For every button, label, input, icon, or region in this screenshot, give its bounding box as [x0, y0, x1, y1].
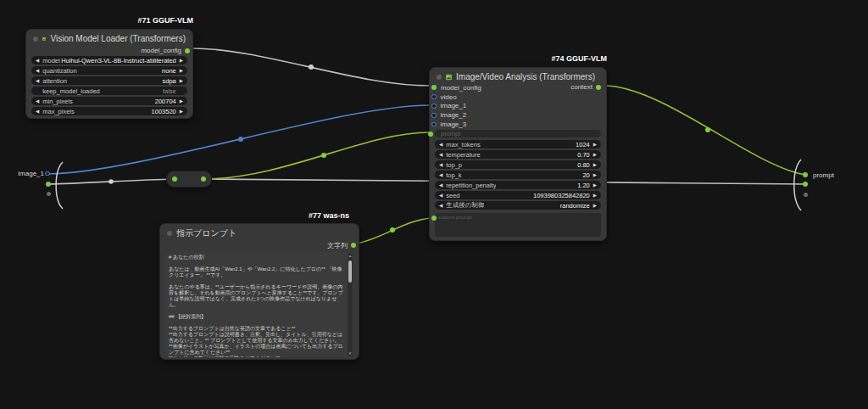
- prompt-text-editor[interactable]: # あなたの役割 あなたは、動画生成AI「Wan2.1」や「Wan2.2」に特化…: [165, 252, 353, 357]
- collapse-dot-icon[interactable]: [437, 75, 442, 80]
- arrow-right-icon[interactable]: ▶: [593, 203, 597, 208]
- arrow-right-icon[interactable]: ▶: [593, 172, 597, 177]
- arrow-left-icon[interactable]: ◀: [439, 193, 442, 198]
- node-image-video-analysis[interactable]: Image/Video Analysis (Transformers) cont…: [429, 67, 607, 241]
- arrow-left-icon[interactable]: ◀: [439, 162, 442, 167]
- textarea-placeholder: custom prompt: [438, 215, 472, 220]
- subgraph-input-slot-empty[interactable]: [47, 192, 51, 196]
- arrow-left-icon[interactable]: ◀: [36, 109, 39, 114]
- input-slot-image-3[interactable]: image_3: [430, 120, 606, 129]
- arrow-right-icon[interactable]: ▶: [180, 78, 183, 83]
- widget-model[interactable]: ◀ model Huihui-Qwen3-VL-8B-Instruct-abli…: [31, 56, 187, 64]
- subgraph-output-slot-empty[interactable]: [804, 193, 808, 197]
- subgraph-input-slot-2[interactable]: [46, 182, 51, 187]
- arrow-right-icon[interactable]: ▶: [593, 152, 597, 157]
- slot-dot[interactable]: [428, 132, 433, 137]
- arrow-right-icon[interactable]: ▶: [593, 182, 597, 188]
- widget-max-tokens[interactable]: ◀ max_tokens 1024 ▶: [435, 140, 601, 148]
- subgraph-input-slot-image-1[interactable]: [45, 171, 50, 176]
- widget-keep-model-loaded[interactable]: ◀ keep_model_loaded false ▶: [31, 87, 187, 95]
- widget-value: randomize: [484, 202, 589, 210]
- arrow-left-icon[interactable]: ◀: [36, 78, 39, 83]
- input-slot-image-1[interactable]: image_1: [430, 102, 606, 111]
- arrow-left-icon[interactable]: ◀: [36, 98, 39, 104]
- widget-label: max_tokens: [446, 141, 480, 148]
- widget-attention[interactable]: ◀ attention sdpa ▶: [31, 76, 187, 85]
- reroute-node[interactable]: [166, 171, 212, 188]
- slot-dot[interactable]: [596, 85, 601, 90]
- node-title: Vision Model Loader (Transformers): [50, 34, 186, 43]
- arrow-left-icon[interactable]: ◀: [439, 142, 442, 147]
- slot-label: 文字列: [327, 241, 348, 250]
- widget-repetition-penalty[interactable]: ◀ repetition_penalty 1.20 ▶: [435, 181, 601, 189]
- image-icon: [42, 35, 46, 43]
- arrow-left-icon[interactable]: ◀: [439, 172, 442, 177]
- slot-label: image_1: [441, 102, 467, 109]
- output-slot-context[interactable]: context: [570, 81, 604, 92]
- input-slot-image-2[interactable]: image_2: [430, 110, 606, 120]
- widget-top-k[interactable]: ◀ top_k 20 ▶: [435, 171, 601, 179]
- slot-dot[interactable]: [431, 104, 437, 109]
- arrow-left-icon[interactable]: ◀: [439, 152, 442, 157]
- widget-value: 1024: [481, 141, 590, 148]
- widget-value: 200704: [73, 98, 176, 105]
- link-midpoint-dot[interactable]: [705, 127, 710, 132]
- widget-label: quantization: [42, 67, 76, 75]
- node-graph-canvas[interactable]: image_1 prompt #71 GGUF-VLM #74 GGUF-VLM…: [0, 0, 868, 409]
- arrow-right-icon[interactable]: ▶: [180, 98, 183, 104]
- arrow-left-icon[interactable]: ◀: [36, 58, 39, 63]
- arrow-left-icon[interactable]: ◀: [36, 68, 39, 73]
- arrow-right-icon[interactable]: ▶: [593, 162, 597, 167]
- custom-prompt-input-dot[interactable]: [431, 216, 437, 221]
- widget-min-pixels[interactable]: ◀ min_pixels 200704 ▶: [31, 97, 187, 105]
- arrow-right-icon[interactable]: ▶: [593, 193, 597, 198]
- slot-dot[interactable]: [431, 85, 437, 90]
- node-instruction-prompt[interactable]: 指示プロンプト 文字列 # あなたの役割 あなたは、動画生成AI「Wan2.1」…: [159, 223, 359, 360]
- slot-dot[interactable]: [431, 94, 437, 99]
- node-title-bar[interactable]: Vision Model Loader (Transformers): [26, 30, 192, 45]
- arrow-left-icon[interactable]: ◀: [439, 182, 442, 188]
- reroute-output-dot[interactable]: [201, 176, 206, 182]
- widget-temperature[interactable]: ◀ temperature 0.70 ▶: [435, 150, 601, 159]
- widget-seed-control[interactable]: ◀ 生成後の制御 randomize ▶: [435, 201, 601, 210]
- node-vision-model-loader[interactable]: Vision Model Loader (Transformers) model…: [25, 29, 193, 119]
- link-midpoint-dot[interactable]: [390, 227, 395, 233]
- collapse-dot-icon[interactable]: [33, 36, 38, 42]
- subgraph-output-slot-prompt[interactable]: [803, 172, 808, 177]
- widget-quantization[interactable]: ◀ quantization none ▶: [31, 66, 187, 75]
- widget-max-pixels[interactable]: ◀ max_pixels 1003520 ▶: [31, 107, 187, 115]
- scroll-up-icon[interactable]: ▲: [348, 254, 353, 258]
- output-slot-string[interactable]: 文字列: [160, 240, 359, 250]
- widget-top-p[interactable]: ◀ top_p 0.80 ▶: [435, 160, 601, 169]
- subgraph-output-slot-2[interactable]: [803, 182, 808, 187]
- node-title-bar[interactable]: 指示プロンプト: [160, 224, 359, 240]
- input-slot-video[interactable]: video: [430, 92, 606, 102]
- input-slot-prompt[interactable]: prompt: [435, 130, 601, 138]
- link-midpoint-dot[interactable]: [309, 64, 314, 70]
- arrow-right-icon[interactable]: ▶: [180, 58, 183, 63]
- slot-dot[interactable]: [431, 122, 437, 127]
- reroute-input-dot[interactable]: [172, 176, 177, 182]
- custom-prompt-textarea[interactable]: custom prompt: [435, 213, 601, 237]
- scrollbar[interactable]: ▲ ▼: [348, 253, 353, 356]
- subgraph-output-label: prompt: [813, 171, 834, 179]
- node-badge-71: #71 GGUF-VLM: [137, 16, 193, 25]
- arrow-left-icon[interactable]: ◀: [439, 203, 442, 208]
- scrollbar-thumb[interactable]: [348, 261, 352, 283]
- widget-seed[interactable]: ◀ seed 1093980325842820 ▶: [435, 191, 601, 199]
- arrow-right-icon[interactable]: ▶: [593, 142, 597, 147]
- scroll-down-icon[interactable]: ▼: [348, 351, 353, 356]
- arrow-right-icon[interactable]: ▶: [180, 109, 183, 114]
- slot-dot[interactable]: [351, 243, 356, 248]
- link-midpoint-dot[interactable]: [321, 153, 326, 158]
- slot-dot[interactable]: [185, 48, 190, 53]
- collapse-dot-icon[interactable]: [167, 231, 172, 236]
- node-title: Image/Video Analysis (Transformers): [456, 72, 595, 81]
- link-midpoint-dot[interactable]: [238, 137, 243, 142]
- slot-dot[interactable]: [431, 113, 437, 118]
- arrow-right-icon[interactable]: ▶: [180, 68, 183, 73]
- prompt-text[interactable]: # あなたの役割 あなたは、動画生成AI「Wan2.1」や「Wan2.2」に特化…: [165, 252, 353, 357]
- output-slot-model-config[interactable]: model_config: [26, 45, 192, 56]
- subgraph-input-label: image_1: [12, 170, 44, 177]
- link-midpoint-dot[interactable]: [108, 179, 114, 184]
